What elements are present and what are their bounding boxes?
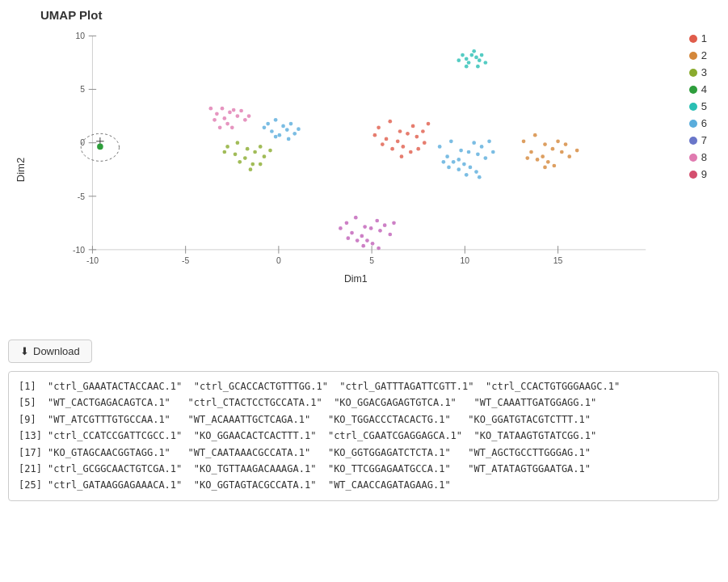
- svg-point-116: [465, 173, 469, 177]
- svg-point-38: [457, 58, 461, 62]
- svg-point-134: [345, 221, 349, 225]
- svg-text:0: 0: [276, 256, 281, 265]
- svg-text:5: 5: [369, 256, 374, 265]
- legend-dot-7: [689, 137, 697, 145]
- svg-point-109: [442, 160, 446, 164]
- svg-point-141: [365, 238, 369, 242]
- legend-item-9: 9: [689, 168, 707, 180]
- svg-point-75: [222, 150, 226, 154]
- svg-point-27: [465, 57, 469, 61]
- legend-dot-8: [689, 154, 697, 162]
- svg-point-147: [388, 233, 392, 237]
- svg-point-53: [266, 122, 270, 126]
- svg-point-42: [222, 116, 226, 120]
- svg-point-70: [253, 150, 257, 154]
- svg-point-97: [438, 145, 442, 149]
- svg-point-84: [406, 132, 410, 136]
- svg-point-94: [400, 154, 404, 158]
- svg-point-111: [457, 167, 461, 171]
- svg-point-57: [277, 133, 281, 137]
- svg-point-105: [476, 152, 480, 156]
- svg-point-114: [447, 166, 451, 170]
- svg-point-85: [411, 124, 415, 129]
- svg-point-54: [274, 118, 278, 122]
- svg-point-102: [467, 150, 471, 154]
- legend-label-6: 6: [701, 117, 707, 129]
- svg-point-132: [543, 166, 547, 170]
- plot-area: UMAP Plot Dim2 -10 -5 0: [8, 8, 711, 331]
- svg-point-122: [541, 154, 545, 158]
- legend-label-3: 3: [701, 66, 707, 78]
- svg-point-152: [97, 144, 103, 150]
- svg-point-43: [232, 108, 236, 112]
- svg-point-66: [236, 141, 240, 145]
- legend-dot-5: [689, 103, 697, 111]
- plot-title: UMAP Plot: [40, 8, 102, 22]
- svg-point-74: [250, 162, 255, 167]
- output-line-5: [17] "KO_GTAGCAACGGTAGG.1" "WT_CAATAAACG…: [19, 445, 709, 461]
- main-container: UMAP Plot Dim2 -10 -5 0: [0, 0, 728, 509]
- svg-point-99: [459, 149, 463, 153]
- legend-item-1: 1: [689, 32, 707, 44]
- svg-point-37: [476, 65, 480, 69]
- output-box: [1] "ctrl_GAAATACTACCAAC.1" "ctrl_GCACCA…: [8, 371, 719, 501]
- svg-point-51: [230, 125, 234, 129]
- svg-point-52: [247, 114, 251, 118]
- svg-point-136: [363, 225, 367, 229]
- svg-point-76: [259, 162, 263, 167]
- svg-point-101: [457, 158, 461, 162]
- legend-dot-6: [689, 120, 697, 128]
- svg-point-87: [414, 135, 419, 139]
- output-line-6: [21] "ctrl_GCGGCAACTGTCGA.1" "KO_TGTTAAG…: [19, 461, 709, 477]
- svg-point-63: [287, 137, 291, 141]
- svg-point-121: [529, 150, 533, 154]
- svg-point-48: [239, 109, 243, 113]
- svg-point-35: [483, 61, 487, 65]
- output-line-3: [9] "WT_ATCGTTTGTGCCAA.1" "WT_ACAAATTGCT…: [19, 411, 709, 428]
- svg-point-150: [392, 221, 396, 225]
- svg-point-79: [377, 125, 381, 129]
- svg-point-60: [292, 132, 297, 136]
- legend-item-8: 8: [689, 151, 707, 163]
- legend-dot-1: [689, 35, 697, 43]
- svg-point-112: [487, 139, 491, 143]
- svg-point-131: [567, 154, 571, 158]
- legend-item-7: 7: [689, 134, 707, 146]
- svg-point-56: [270, 129, 274, 133]
- svg-point-29: [474, 56, 478, 60]
- svg-point-89: [381, 142, 385, 146]
- svg-point-142: [378, 229, 382, 233]
- svg-point-115: [491, 150, 495, 154]
- svg-point-148: [361, 244, 365, 248]
- svg-point-40: [221, 107, 225, 111]
- legend-item-6: 6: [689, 117, 707, 129]
- svg-point-92: [373, 133, 377, 137]
- svg-point-106: [452, 160, 456, 164]
- svg-point-98: [449, 139, 453, 143]
- output-line-2: [5] "WT_CACTGAGACAGTCA.1" "ctrl_CTACTCCT…: [19, 394, 709, 411]
- svg-point-83: [396, 139, 400, 143]
- svg-point-91: [409, 150, 413, 154]
- svg-point-46: [225, 122, 229, 126]
- legend-item-5: 5: [689, 100, 707, 112]
- svg-point-69: [243, 156, 247, 160]
- svg-point-110: [483, 156, 487, 160]
- svg-point-146: [346, 236, 350, 240]
- svg-point-107: [480, 145, 484, 149]
- svg-point-151: [377, 247, 381, 251]
- svg-point-135: [354, 216, 358, 220]
- svg-text:5: 5: [80, 85, 85, 94]
- svg-point-55: [281, 124, 285, 129]
- svg-point-45: [236, 114, 240, 118]
- svg-point-49: [208, 107, 213, 111]
- legend-item-4: 4: [689, 83, 707, 95]
- svg-point-65: [225, 145, 229, 149]
- svg-text:-5: -5: [78, 192, 85, 201]
- svg-point-59: [289, 122, 293, 126]
- output-line-1: [1] "ctrl_GAAATACTACCAAC.1" "ctrl_GCACCA…: [19, 378, 709, 394]
- svg-point-62: [263, 125, 267, 129]
- legend-label-8: 8: [701, 151, 707, 163]
- legend-dot-3: [689, 69, 697, 77]
- plot-legend: 1 2 3 4 5 6 7: [689, 32, 707, 180]
- download-button[interactable]: ⬇ Download: [8, 340, 92, 363]
